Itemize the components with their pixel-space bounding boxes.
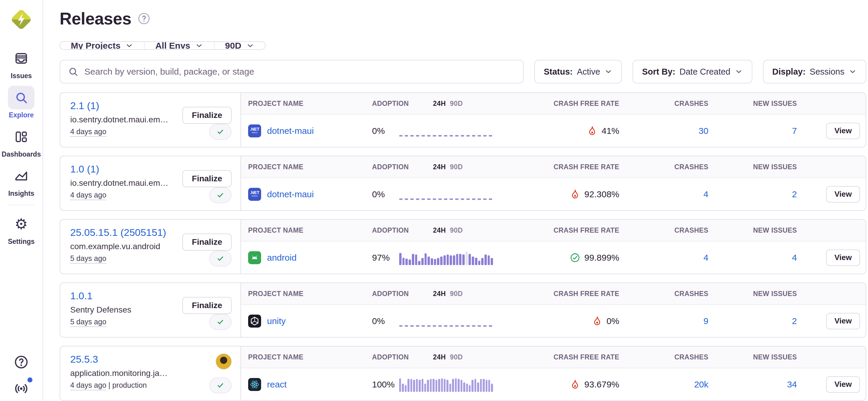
date-range-filter[interactable]: 90D <box>214 42 265 49</box>
check-icon <box>215 190 225 200</box>
broadcast-button[interactable] <box>13 381 29 396</box>
zero-adoption-dashed-line <box>399 325 493 327</box>
project-link[interactable]: react <box>267 379 287 390</box>
settings-icon: ⚙ <box>8 212 34 236</box>
sidebar-item-dashboards[interactable]: Dashboards <box>2 125 41 158</box>
adoption-bar <box>405 259 408 265</box>
release-health-table: PROJECT NAME ADOPTION 24H90D CRASH FREE … <box>241 156 866 210</box>
col-chart-period: 24H90D <box>399 100 497 108</box>
view-button[interactable]: View <box>826 376 860 393</box>
release-package: io.sentry.dotnet.maui.em… <box>70 115 182 125</box>
release-created: 4 days ago <box>70 191 106 200</box>
col-crash-free-rate: CRASH FREE RATE <box>497 163 619 171</box>
release-environment: | production <box>106 381 147 389</box>
adoption-value: 0% <box>372 126 399 136</box>
col-project-name: PROJECT NAME <box>248 353 372 361</box>
adoption-bar <box>488 380 490 392</box>
chevron-down-icon <box>848 68 857 76</box>
adoption-bar <box>438 379 440 392</box>
col-crashes: CRASHES <box>619 290 708 298</box>
fire-icon <box>570 189 580 200</box>
environment-filter[interactable]: All Envs <box>144 42 214 49</box>
col-new-issues: NEW ISSUES <box>708 163 797 171</box>
sidebar-item-insights[interactable]: Insights <box>8 164 34 198</box>
avatar <box>216 354 231 369</box>
status-filter-value: Active <box>577 67 600 77</box>
chevron-down-icon <box>246 41 254 50</box>
sidebar-item-issues[interactable]: Issues <box>8 46 34 80</box>
finalize-button[interactable]: Finalize <box>182 297 231 314</box>
adoption-bar <box>491 383 493 392</box>
approved-check-pill[interactable] <box>209 377 231 393</box>
crashes-link[interactable]: 4 <box>703 189 708 199</box>
view-button[interactable]: View <box>826 186 860 203</box>
sidebar-divider <box>8 205 35 205</box>
col-adoption: ADOPTION <box>372 100 399 108</box>
project-link[interactable]: unity <box>267 316 286 326</box>
sidebar-item-settings[interactable]: ⚙ Settings <box>8 212 35 245</box>
project-link[interactable]: android <box>267 253 297 263</box>
page-help-icon[interactable] <box>138 12 150 25</box>
release-version-link[interactable]: 25.5.3 <box>70 354 209 365</box>
release-summary: 1.0.1 Sentry Defenses 5 days ago Finaliz… <box>60 283 241 337</box>
col-crashes: CRASHES <box>619 227 708 234</box>
finalize-button[interactable]: Finalize <box>182 170 231 187</box>
release-version-link[interactable]: 1.0 (1) <box>70 163 182 175</box>
fire-icon <box>587 126 597 136</box>
crashes-link[interactable]: 4 <box>703 253 708 262</box>
notification-dot <box>27 377 32 382</box>
table-row: android 97% 99.899% 4 4 View <box>241 241 866 274</box>
view-button[interactable]: View <box>826 123 860 139</box>
new-issues-link[interactable]: 34 <box>787 379 797 389</box>
new-issues-link[interactable]: 7 <box>792 126 797 136</box>
project-link[interactable]: dotnet-maui <box>267 189 314 199</box>
adoption-bar <box>478 261 480 265</box>
sentry-logo[interactable] <box>9 8 33 31</box>
release-version-link[interactable]: 25.05.15.1 (2505151) <box>70 227 182 238</box>
view-button[interactable]: View <box>826 313 860 329</box>
col-project-name: PROJECT NAME <box>248 100 372 108</box>
adoption-bar <box>447 255 449 265</box>
adoption-bar <box>483 379 485 392</box>
approved-check-pill[interactable] <box>209 314 231 330</box>
help-button[interactable] <box>13 355 29 370</box>
view-button[interactable]: View <box>826 249 860 266</box>
project-filter[interactable]: My Projects <box>60 42 144 49</box>
unity-icon <box>248 314 261 328</box>
adoption-bar <box>424 383 426 392</box>
finalize-button[interactable]: Finalize <box>182 234 231 250</box>
crash-free-value: 41% <box>601 126 619 136</box>
new-issues-link[interactable]: 4 <box>792 253 797 262</box>
adoption-bar <box>409 260 411 265</box>
release-version-link[interactable]: 2.1 (1) <box>70 100 182 111</box>
release-version-link[interactable]: 1.0.1 <box>70 290 182 302</box>
adoption-value: 97% <box>372 253 399 263</box>
display-filter[interactable]: Display: Sessions <box>763 60 867 83</box>
new-issues-link[interactable]: 2 <box>792 189 797 199</box>
crashes-link[interactable]: 20k <box>694 379 708 389</box>
approved-check-pill[interactable] <box>209 187 231 203</box>
col-crash-free-rate: CRASH FREE RATE <box>497 290 619 298</box>
fire-icon <box>592 316 602 326</box>
sort-by-filter-label: Sort By: <box>642 67 675 77</box>
search-input[interactable] <box>84 66 516 77</box>
new-issues-link[interactable]: 2 <box>792 316 797 326</box>
adoption-bar <box>418 380 421 392</box>
project-link[interactable]: dotnet-maui <box>267 126 314 136</box>
sidebar-nav: Issues Explore Dashboards Insights ⚙ Set… <box>0 46 42 245</box>
approved-check-pill[interactable] <box>209 124 231 140</box>
status-filter[interactable]: Status: Active <box>534 60 622 83</box>
adoption-bar <box>428 257 430 265</box>
release-card: 25.05.15.1 (2505151) com.example.vu.andr… <box>60 219 866 274</box>
approved-check-pill[interactable] <box>209 250 231 267</box>
crashes-link[interactable]: 9 <box>703 316 708 326</box>
crashes-link[interactable]: 30 <box>699 126 708 136</box>
adoption-value: 100% <box>372 379 399 390</box>
sort-by-filter[interactable]: Sort By: Date Created <box>632 60 752 83</box>
release-created: 4 days ago <box>70 127 106 137</box>
search-box[interactable] <box>60 60 524 83</box>
finalize-button[interactable]: Finalize <box>182 107 231 124</box>
issues-icon <box>8 46 34 70</box>
adoption-bar <box>488 255 490 265</box>
sidebar-item-explore[interactable]: Explore <box>8 86 34 119</box>
